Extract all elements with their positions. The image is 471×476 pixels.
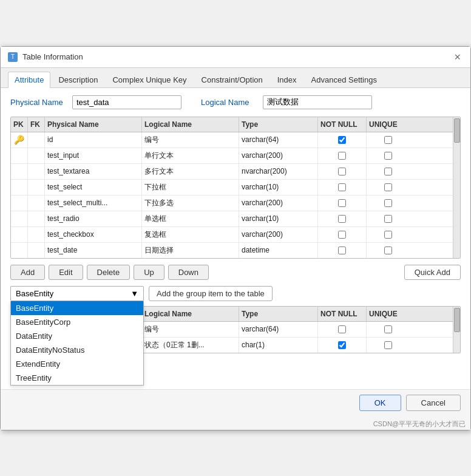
table-row[interactable]: test_select_multi... 下拉多选 varchar(200) (11, 195, 453, 211)
td-unique (367, 243, 409, 258)
td-unique (367, 211, 409, 226)
th-physical-name: Physical Name (45, 117, 142, 132)
up-button[interactable]: Up (134, 265, 164, 280)
td-physical-name: test_select_multi... (45, 195, 142, 211)
table-row[interactable]: test_checkbox 复选框 varchar(200) (11, 227, 453, 243)
dropdown-item-baseentity[interactable]: BaseEntity (11, 301, 143, 315)
not-null-checkbox[interactable] (338, 199, 346, 207)
not-null-checkbox[interactable] (338, 246, 346, 254)
tab-attribute[interactable]: Attribute (8, 72, 50, 88)
dropdown-item-baseentitycorp[interactable]: BaseEntityCorp (11, 315, 143, 329)
unique-checkbox[interactable] (384, 168, 392, 175)
lower-unique-checkbox[interactable] (384, 341, 392, 349)
unique-checkbox[interactable] (384, 136, 392, 144)
table-row[interactable]: 🔑 id 编号 varchar(64) (11, 132, 453, 148)
lower-th-unique: UNIQUE (367, 307, 409, 321)
scrollbar[interactable] (453, 117, 460, 258)
table-row[interactable]: test_input 单行文本 varchar(200) (11, 148, 453, 164)
td-fk (28, 211, 45, 226)
group-dropdown[interactable]: BaseEntity ▼ (10, 286, 144, 301)
td-fk (28, 243, 45, 258)
td-physical-name: test_date (45, 243, 142, 258)
td-physical-name: test_radio (45, 211, 142, 226)
physical-name-input[interactable] (72, 95, 181, 109)
th-fk: FK (28, 117, 45, 132)
th-logical-name: Logical Name (142, 117, 239, 132)
td-logical-name: 日期选择 (142, 243, 239, 258)
not-null-checkbox[interactable] (338, 168, 346, 175)
not-null-checkbox[interactable] (338, 183, 346, 191)
lower-th-logical-name: Logical Name (142, 307, 239, 321)
th-type: Type (239, 117, 318, 132)
td-logical-name: 单行文本 (142, 148, 239, 163)
td-logical-name: 下拉多选 (142, 195, 239, 211)
lower-unique-checkbox[interactable] (384, 325, 392, 333)
td-not-null (318, 227, 367, 242)
edit-button[interactable]: Edit (49, 265, 83, 280)
quick-add-button[interactable]: Quick Add (404, 265, 461, 280)
add-button[interactable]: Add (10, 265, 45, 280)
th-not-null: NOT NULL (318, 117, 367, 132)
unique-checkbox[interactable] (384, 183, 392, 191)
th-unique: UNIQUE (367, 117, 409, 132)
not-null-checkbox[interactable] (338, 152, 346, 160)
lower-not-null-checkbox[interactable] (338, 341, 346, 349)
unique-checkbox[interactable] (384, 246, 392, 254)
lower-th-not-null: NOT NULL (318, 307, 367, 321)
td-type: nvarchar(200) (239, 164, 318, 179)
dropdown-item-dataentity[interactable]: DataEntity (11, 329, 143, 343)
table-row[interactable]: test_textarea 多行文本 nvarchar(200) (11, 164, 453, 180)
add-group-btn[interactable]: Add the group item to the table (149, 286, 273, 301)
not-null-checkbox[interactable] (338, 136, 346, 144)
table-row[interactable]: test_date 日期选择 datetime (11, 243, 453, 258)
td-unique (367, 180, 409, 195)
td-fk (28, 227, 45, 242)
lower-scrollbar-thumb[interactable] (454, 308, 460, 332)
td-pk: 🔑 (11, 132, 28, 148)
table-row[interactable]: test_select 下拉框 varchar(10) (11, 180, 453, 195)
td-type: varchar(10) (239, 211, 318, 226)
lower-td-type: varchar(64) (239, 322, 318, 337)
tab-complex-unique-key[interactable]: Complex Unique Key (106, 72, 193, 87)
close-button[interactable]: × (452, 52, 463, 63)
dropdown-item-extendentity[interactable]: ExtendEntity (11, 357, 143, 371)
tab-description[interactable]: Description (52, 72, 104, 87)
dropdown-item-dataentitynostatus[interactable]: DataEntityNoStatus (11, 343, 143, 357)
not-null-checkbox[interactable] (338, 231, 346, 239)
unique-checkbox[interactable] (384, 215, 392, 223)
logical-name-input[interactable] (263, 95, 372, 109)
unique-checkbox[interactable] (384, 152, 392, 160)
td-type: varchar(200) (239, 195, 318, 211)
down-button[interactable]: Down (168, 265, 209, 280)
delete-button[interactable]: Delete (87, 265, 130, 280)
td-physical-name: id (45, 132, 142, 148)
td-fk (28, 132, 45, 148)
scrollbar-thumb[interactable] (454, 118, 460, 143)
ok-button[interactable]: OK (359, 395, 401, 411)
table-header: PK FK Physical Name Logical Name Type NO… (11, 117, 453, 132)
unique-checkbox[interactable] (384, 199, 392, 207)
td-unique (367, 148, 409, 163)
lower-td-logical-name: 编号 (142, 322, 239, 337)
field-row: Physical Name Logical Name (10, 95, 461, 109)
table-body: 🔑 id 编号 varchar(64) test_input 单行文本 varc… (11, 132, 453, 258)
table-row[interactable]: test_radio 单选框 varchar(10) (11, 211, 453, 227)
not-null-checkbox[interactable] (338, 215, 346, 223)
lower-scrollbar[interactable] (453, 307, 460, 353)
td-logical-name: 单选框 (142, 211, 239, 226)
logical-name-label: Logical Name (201, 98, 256, 107)
group-dropdown-list: BaseEntity BaseEntityCorp DataEntity Dat… (10, 301, 144, 386)
tab-constraint-option[interactable]: Constraint/Option (195, 72, 269, 87)
cancel-button[interactable]: Cancel (406, 395, 461, 411)
tab-advanced-settings[interactable]: Advanced Settings (305, 72, 384, 87)
lower-td-unique (367, 322, 409, 337)
dropdown-item-treeentity[interactable]: TreeEntity (11, 371, 143, 385)
lower-not-null-checkbox[interactable] (338, 325, 346, 333)
td-physical-name: test_textarea (45, 164, 142, 179)
td-pk (11, 243, 28, 258)
tab-bar: Attribute Description Complex Unique Key… (1, 68, 470, 88)
tab-index[interactable]: Index (271, 72, 303, 87)
td-type: varchar(200) (239, 227, 318, 242)
td-unique (367, 164, 409, 179)
unique-checkbox[interactable] (384, 231, 392, 239)
